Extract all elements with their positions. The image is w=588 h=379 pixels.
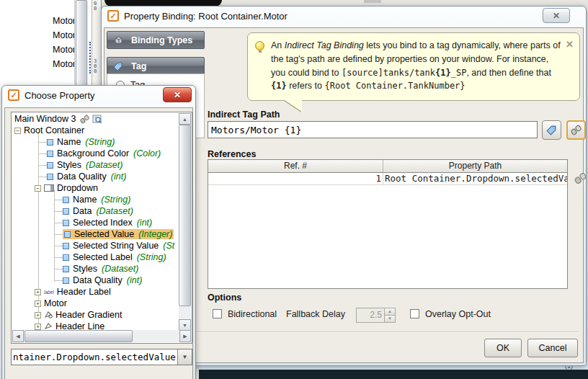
tree-line bbox=[54, 234, 63, 235]
scroll-right-icon[interactable]: ▶ bbox=[179, 330, 191, 342]
tree-item-property[interactable]: Data Quality (int) bbox=[12, 275, 179, 286]
cancel-button[interactable]: Cancel bbox=[527, 339, 578, 357]
tree-item-property[interactable]: Data Quality (int) bbox=[12, 171, 179, 182]
tree-item-label: Root Container bbox=[24, 125, 84, 135]
references-table[interactable]: Ref. # Property Path 1 Root Container.Dr… bbox=[208, 159, 568, 289]
tree-line bbox=[54, 211, 63, 212]
tree-item-label: Main Window 3 bbox=[14, 114, 76, 124]
tree-item-property[interactable]: Selected Index (int) bbox=[12, 217, 179, 228]
bidirectional-label: Bidirectional bbox=[228, 309, 277, 319]
property-icon bbox=[63, 220, 69, 226]
column-ref-number[interactable]: Ref. # bbox=[208, 160, 383, 172]
property-binding-titlebar[interactable]: ✓ Property Binding: Root Container.Motor bbox=[102, 6, 586, 25]
tree-item-property[interactable]: Name (String) bbox=[12, 136, 179, 148]
tree-item-type: (String) bbox=[85, 137, 115, 147]
search-table-icon[interactable] bbox=[92, 115, 102, 124]
ruler-number: 00 bbox=[94, 1, 99, 12]
tree-item-main-window[interactable]: Main Window 3 bbox=[12, 113, 179, 125]
tree-item-property[interactable]: Styles (Dataset) bbox=[12, 263, 179, 275]
tree-item-type: (String) bbox=[101, 195, 130, 205]
property-path-input[interactable] bbox=[12, 349, 177, 365]
tree-item-root-container[interactable]: − Root Container bbox=[12, 125, 179, 136]
property-icon bbox=[47, 139, 53, 146]
tag-section-header[interactable]: Tag bbox=[107, 57, 205, 75]
property-tree-panel: Main Window 3 − Root Container Name (Str… bbox=[11, 112, 192, 344]
overlay-optout-checkbox[interactable] bbox=[410, 309, 419, 318]
link-icon[interactable] bbox=[80, 115, 89, 124]
tree-item-type: (String) bbox=[137, 252, 166, 262]
indirect-tag-path-input[interactable] bbox=[208, 121, 538, 138]
info-close-icon[interactable]: ✕ bbox=[566, 37, 574, 52]
info-text: _SP bbox=[451, 68, 467, 78]
app-checkmark-icon: ✓ bbox=[8, 89, 19, 101]
app-checkmark-icon: ✓ bbox=[107, 10, 119, 22]
tree-item-property[interactable]: Background Color (Color) bbox=[12, 148, 179, 159]
dropdown-component-icon bbox=[44, 184, 54, 192]
property-path-cell[interactable]: Root Container.Dropdown.selectedValue bbox=[383, 173, 567, 184]
tree-item-label: Styles bbox=[73, 264, 97, 274]
tree-vscroll-thumb[interactable] bbox=[179, 125, 191, 306]
fallback-delay-spinner[interactable]: 2.5 ▲ ▼ bbox=[356, 308, 396, 323]
tree-item-label: Data bbox=[73, 206, 92, 216]
fallback-delay-value: 2.5 bbox=[357, 308, 384, 322]
ref-number-cell[interactable]: 1 bbox=[208, 173, 383, 184]
column-property-path[interactable]: Property Path bbox=[383, 160, 567, 172]
expand-icon[interactable]: + bbox=[35, 324, 41, 330]
selected-tree-item[interactable]: Selected Value (Integer) bbox=[63, 229, 174, 239]
property-path-combo[interactable]: ▼ bbox=[11, 349, 192, 365]
tree-item-property[interactable]: Name (String) bbox=[12, 194, 179, 205]
ok-button[interactable]: OK bbox=[484, 339, 522, 357]
tree-item-selected-value[interactable]: Selected Value (Integer) bbox=[12, 228, 179, 240]
references-label: References bbox=[208, 149, 256, 159]
bidirectional-checkbox[interactable] bbox=[213, 309, 222, 318]
tree-item-type: (Dataset) bbox=[86, 160, 122, 170]
tag-icon bbox=[113, 61, 123, 71]
tree-item-property[interactable]: Selected Label (String) bbox=[12, 251, 179, 263]
scroll-left-icon[interactable]: ◀ bbox=[12, 330, 24, 342]
tree-item-property[interactable]: Selected String Value (St bbox=[12, 240, 179, 251]
motor-component-label: Motor bbox=[29, 16, 76, 26]
expand-icon[interactable]: + bbox=[35, 312, 41, 318]
tree-item-type: (int) bbox=[111, 171, 127, 182]
combo-dropdown-button[interactable]: ▼ bbox=[177, 349, 192, 365]
scroll-up-icon[interactable]: ▲ bbox=[179, 113, 191, 125]
tree-item-motor[interactable]: + Motor bbox=[12, 298, 179, 309]
property-tree[interactable]: Main Window 3 − Root Container Name (Str… bbox=[12, 113, 179, 331]
collapse-icon[interactable]: − bbox=[14, 128, 21, 134]
spinner-down-icon[interactable]: ▼ bbox=[385, 316, 395, 322]
tree-item-header-label[interactable]: + label Header Label bbox=[12, 286, 179, 298]
tree-item-type: (Integer) bbox=[138, 229, 172, 239]
property-icon bbox=[47, 174, 53, 180]
property-link-button[interactable] bbox=[566, 120, 586, 140]
background-scrollbar-thumb[interactable] bbox=[76, 0, 87, 86]
tree-horizontal-scrollbar[interactable]: ◀ ▶ bbox=[12, 330, 191, 342]
close-button[interactable]: ✕ bbox=[543, 8, 570, 23]
choose-property-dialog: ✓ Choose Property ✕ Main Window 3 − Root… bbox=[1, 85, 196, 379]
collapse-icon[interactable]: − bbox=[35, 185, 41, 192]
tree-line bbox=[54, 269, 63, 269]
choose-property-body: Main Window 3 − Root Container Name (Str… bbox=[4, 107, 193, 379]
table-row[interactable]: 1 Root Container.Dropdown.selectedValue bbox=[208, 173, 567, 185]
tag-picker-button[interactable] bbox=[542, 120, 561, 140]
expand-icon[interactable]: + bbox=[35, 300, 41, 307]
scroll-down-icon[interactable]: ▼ bbox=[179, 319, 191, 331]
tree-item-header-line[interactable]: + Header Line bbox=[12, 321, 179, 331]
tag-icon bbox=[546, 125, 557, 135]
close-button[interactable]: ✕ bbox=[163, 87, 192, 102]
tree-vertical-scrollbar[interactable]: ▲ ▼ bbox=[179, 113, 191, 331]
info-text: {Root Container.TankNumber} bbox=[324, 81, 465, 91]
tree-item-dropdown[interactable]: − Dropdown bbox=[12, 182, 179, 194]
references-table-header[interactable]: Ref. # Property Path bbox=[208, 160, 567, 173]
tree-hscroll-thumb[interactable] bbox=[24, 330, 133, 342]
tree-item-property[interactable]: Data (Dataset) bbox=[12, 205, 179, 217]
tree-item-header-gradient[interactable]: + Header Gradient bbox=[12, 309, 179, 321]
tree-item-label: Header Gradient bbox=[55, 310, 122, 320]
motor-component-label: Motor bbox=[29, 30, 76, 40]
tree-item-property[interactable]: Styles (Dataset) bbox=[12, 159, 179, 171]
info-text: refers to bbox=[287, 81, 325, 91]
expand-icon[interactable]: + bbox=[35, 289, 41, 295]
spinner-up-icon[interactable]: ▲ bbox=[385, 308, 395, 316]
link-icon bbox=[574, 172, 587, 184]
binding-types-icon bbox=[113, 35, 123, 45]
ruler-number: 300 bbox=[94, 59, 99, 74]
